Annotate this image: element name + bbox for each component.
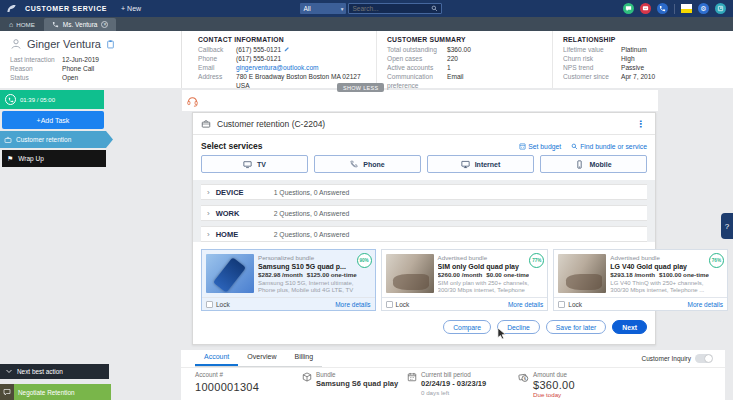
close-icon[interactable]: × [101, 21, 108, 28]
customer-inquiry-control: Customer Inquiry [642, 354, 714, 363]
customer-info-strip: Ginger Ventura Last interaction12-Jun-20… [0, 31, 733, 88]
task-customer-retention[interactable]: Customer retention [0, 131, 113, 148]
service-button-tv[interactable]: TV [201, 155, 308, 173]
search-scope-value: All [303, 5, 310, 12]
help-button[interactable]: ? [721, 213, 733, 239]
lock-control[interactable]: Lock [206, 301, 230, 308]
lock-control[interactable]: Lock [558, 301, 582, 308]
tab-home[interactable]: ⌂ HOME [0, 17, 44, 31]
next-best-action-header[interactable]: Next best action [0, 364, 109, 379]
customer-service-app: CUSTOMER SERVICE + New All ▾ ⚙ [0, 0, 733, 400]
bill-period-group: Current bill period 02/24/19 - 03/23/19 … [407, 371, 518, 399]
chat-bubble-icon [0, 384, 14, 400]
offer-price-onetime: $0.00 one-time [486, 271, 529, 278]
summary-row: Total outstanding$360.00 [387, 46, 542, 55]
negotiate-retention-action[interactable]: Negotiate Retention [0, 384, 111, 400]
section-home[interactable]: › HOME 2 Questions, 0 Answered [201, 226, 647, 242]
more-details-link[interactable]: More details [335, 301, 370, 308]
select-services-title: Select services [201, 141, 509, 151]
call-icon [52, 21, 59, 28]
lock-control[interactable]: Lock [386, 301, 410, 308]
caret-down-icon: ▾ [341, 6, 344, 12]
profile-panel: Ginger Ventura Last interaction12-Jun-20… [0, 31, 182, 88]
more-details-link[interactable]: More details [508, 301, 543, 308]
profile-field: ReasonPhone Call [10, 65, 173, 74]
home-icon: ⌂ [9, 21, 13, 28]
service-button-mobile[interactable]: Mobile [540, 155, 647, 173]
lock-label: Lock [396, 301, 410, 308]
call-timer-value: 01:39 / 05:00 [20, 97, 55, 103]
offer-card-lg-v40[interactable]: 76% Advertised bundle LG V40 Gold quad p… [553, 249, 728, 311]
summary-title: CUSTOMER SUMMARY [387, 36, 542, 43]
relationship-row: Churn riskHigh [563, 55, 725, 64]
save-for-later-button[interactable]: Save for later [546, 320, 606, 334]
show-less-button[interactable]: SHOW LESS [337, 83, 384, 92]
flag-icon: ⚑ [7, 155, 13, 163]
navbar-icon-row: ⚙ [617, 3, 726, 14]
tab-account[interactable]: Account [195, 350, 238, 366]
widget-icon[interactable] [715, 3, 726, 14]
offer-price-onetime: $100.00 one-time [659, 271, 709, 278]
service-button-phone[interactable]: Phone [314, 155, 421, 173]
decline-button[interactable]: Decline [497, 320, 540, 334]
add-task-button[interactable]: +Add Task [2, 111, 104, 129]
case-card: Customer retention (C-2204) ⋮ Select ser… [192, 112, 656, 345]
next-button[interactable]: Next [612, 320, 647, 334]
tab-billing[interactable]: Billing [285, 350, 322, 366]
offer-card-personalized[interactable]: 90% Personalized bundle Samsung S10 5G q… [201, 249, 376, 311]
edit-pencil-icon[interactable] [284, 46, 290, 52]
new-button[interactable]: + New [121, 5, 141, 12]
offer-card-sim-only[interactable]: 77% Advertised bundle SIM only Gold quad… [381, 249, 549, 311]
calendar-icon [407, 372, 417, 399]
lock-checkbox[interactable] [386, 301, 393, 308]
match-score-badge: 76% [709, 253, 724, 268]
profile-field: Last interaction12-Jun-2019 [10, 56, 173, 65]
tab-ms-ventura[interactable]: Ms. Ventura × [44, 18, 117, 31]
briefcase-icon [201, 119, 211, 129]
clipboard-icon[interactable] [106, 39, 115, 49]
set-budget-link[interactable]: Set budget [519, 143, 561, 150]
case-title: Customer retention (C-2204) [217, 119, 634, 129]
customer-inquiry-toggle[interactable] [695, 354, 713, 363]
find-bundle-link[interactable]: Find bundle or service [571, 143, 647, 150]
gear-icon[interactable]: ⚙ [698, 3, 709, 14]
tab-label: Ms. Ventura [63, 21, 98, 28]
search-icon[interactable] [431, 5, 438, 12]
section-work[interactable]: › WORK 2 Questions, 0 Answered [201, 205, 647, 221]
bundle-group: Bundle Samsung S6 quad play [302, 371, 407, 399]
relationship-row: NPS trendPassive [563, 64, 725, 73]
lock-checkbox[interactable] [206, 301, 213, 308]
message-icon[interactable] [640, 3, 651, 14]
account-summary-row: Account # 1000001304 Bundle Samsung S6 q… [181, 367, 725, 399]
briefcase-icon [4, 136, 12, 144]
chevron-right-icon: › [207, 209, 210, 218]
section-device[interactable]: › DEVICE 1 Questions, 0 Answered [201, 184, 647, 200]
service-button-internet[interactable]: Internet [427, 155, 534, 173]
bundle-value: Samsung S6 quad play [316, 379, 398, 389]
contact-information-panel: CONTACT INFORMATION Callback (617) 555-0… [188, 31, 372, 88]
offer-price-month: $293.18 /month [610, 271, 655, 278]
account-number-group: Account # 1000001304 [195, 371, 302, 399]
tab-overview[interactable]: Overview [238, 350, 285, 366]
service-buttons: TV Phone Internet Mobile [201, 155, 647, 173]
tab-home-label: HOME [16, 21, 35, 28]
more-details-link[interactable]: More details [688, 301, 723, 308]
chat-icon[interactable] [623, 3, 634, 14]
apps-icon[interactable] [681, 4, 692, 13]
relationship-panel: RELATIONSHIP Lifetime valuePlatinum Chur… [552, 31, 733, 88]
task-wrap-up[interactable]: ⚑ Wrap Up [2, 150, 106, 167]
lock-label: Lock [216, 301, 230, 308]
case-menu-icon[interactable]: ⋮ [634, 119, 647, 129]
chevron-down-icon [6, 369, 12, 374]
lock-checkbox[interactable] [558, 301, 565, 308]
offer-description: LG V40 ThinQ with 250+ channels, 300/30 … [610, 280, 709, 295]
email-link[interactable]: gingerventura@outlook.com [236, 64, 319, 73]
account-panel: Account Overview Billing Customer Inquir… [181, 350, 725, 400]
search-input[interactable] [352, 5, 431, 12]
search-scope-select[interactable]: All ▾ [300, 3, 346, 14]
call-timer: 01:39 / 05:00 [0, 90, 104, 109]
phone-icon[interactable] [657, 3, 668, 14]
match-score-badge: 90% [357, 253, 372, 268]
offer-image [558, 254, 606, 293]
compare-button[interactable]: Compare [443, 320, 491, 334]
